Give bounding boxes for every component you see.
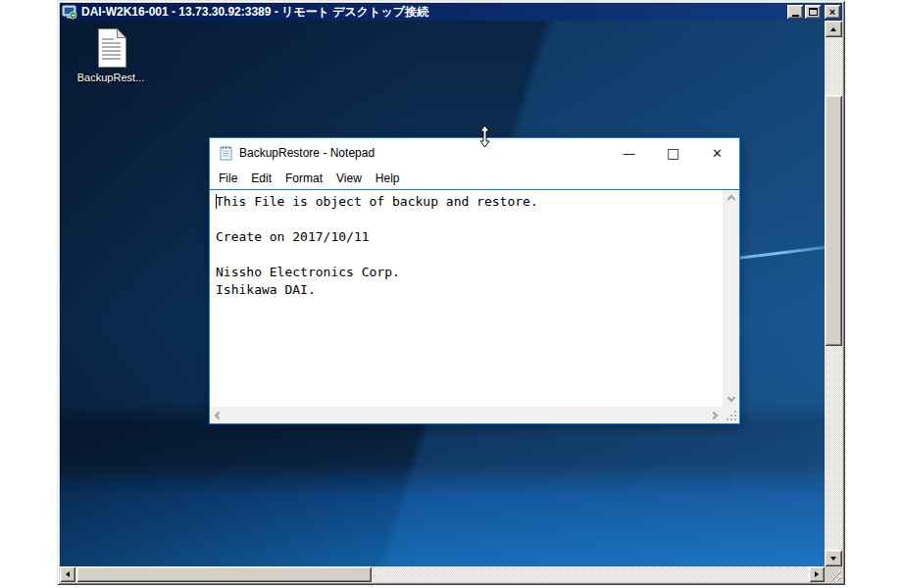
rdp-vertical-scrollbar[interactable]	[825, 21, 842, 566]
desktop-icon-label: BackupRest...	[77, 72, 144, 83]
notepad-minimize-icon[interactable]: —	[607, 138, 651, 168]
notepad-title: BackupRestore - Notepad	[239, 146, 607, 160]
notepad-resize-grip[interactable]	[723, 407, 739, 423]
rdp-vertical-scroll-thumb[interactable]	[825, 95, 842, 346]
remote-desktop-area[interactable]: BackupRest...	[60, 21, 825, 566]
rdp-scroll-right-icon[interactable]	[809, 566, 825, 582]
notepad-titlebar[interactable]: BackupRestore - Notepad — □ ✕	[210, 138, 739, 168]
rdp-window-controls: ×	[787, 5, 840, 19]
maximize-icon[interactable]	[805, 5, 821, 19]
close-icon[interactable]: ×	[825, 5, 840, 19]
notepad-window-controls: — □ ✕	[607, 138, 739, 168]
minimize-icon[interactable]	[787, 5, 803, 19]
notepad-vertical-scrollbar[interactable]	[723, 190, 739, 407]
notepad-text-area[interactable]: This File is object of backup and restor…	[210, 190, 723, 407]
menu-help[interactable]: Help	[369, 170, 407, 187]
scroll-right-icon[interactable]	[710, 411, 718, 418]
rdp-horizontal-scrollbar[interactable]	[60, 566, 825, 582]
scroll-down-icon[interactable]	[727, 394, 734, 402]
rdp-scroll-up-icon[interactable]	[825, 21, 842, 37]
rdp-titlebar[interactable]: DAI-W2K16-001 - 13.73.30.92:3389 - リモート …	[60, 3, 842, 21]
rdp-window-title: DAI-W2K16-001 - 13.73.30.92:3389 - リモート …	[81, 3, 783, 21]
text-caret	[216, 194, 217, 209]
notepad-window: BackupRestore - Notepad — □ ✕ File Edit …	[209, 137, 740, 424]
scroll-up-icon[interactable]	[727, 195, 734, 203]
notepad-close-icon[interactable]: ✕	[695, 138, 739, 168]
notepad-icon	[219, 145, 233, 161]
notepad-menubar: File Edit Format View Help	[210, 168, 739, 189]
remote-desktop-icon	[62, 5, 77, 20]
menu-edit[interactable]: Edit	[244, 170, 278, 187]
rdp-scroll-down-icon[interactable]	[825, 550, 842, 566]
notepad-bottom-bar	[210, 407, 739, 423]
scroll-left-icon[interactable]	[215, 411, 223, 418]
rdp-resize-grip[interactable]	[825, 566, 842, 582]
desktop-icon-backuprestore[interactable]: BackupRest...	[72, 27, 150, 83]
rdp-window-inner: DAI-W2K16-001 - 13.73.30.92:3389 - リモート …	[60, 3, 842, 582]
notepad-body: This File is object of backup and restor…	[210, 189, 739, 407]
menu-file[interactable]: File	[212, 170, 244, 187]
menu-view[interactable]: View	[329, 170, 369, 187]
notepad-maximize-icon[interactable]: □	[651, 138, 695, 168]
text-document-icon	[94, 27, 128, 69]
notepad-text-content: This File is object of backup and restor…	[216, 193, 723, 299]
rdp-window: DAI-W2K16-001 - 13.73.30.92:3389 - リモート …	[57, 0, 845, 585]
rdp-scroll-left-icon[interactable]	[60, 566, 75, 582]
rdp-horizontal-scroll-thumb[interactable]	[76, 566, 372, 582]
menu-format[interactable]: Format	[278, 170, 329, 187]
mouse-cursor-vertical-resize	[478, 124, 491, 152]
notepad-horizontal-scrollbar[interactable]	[210, 407, 723, 423]
